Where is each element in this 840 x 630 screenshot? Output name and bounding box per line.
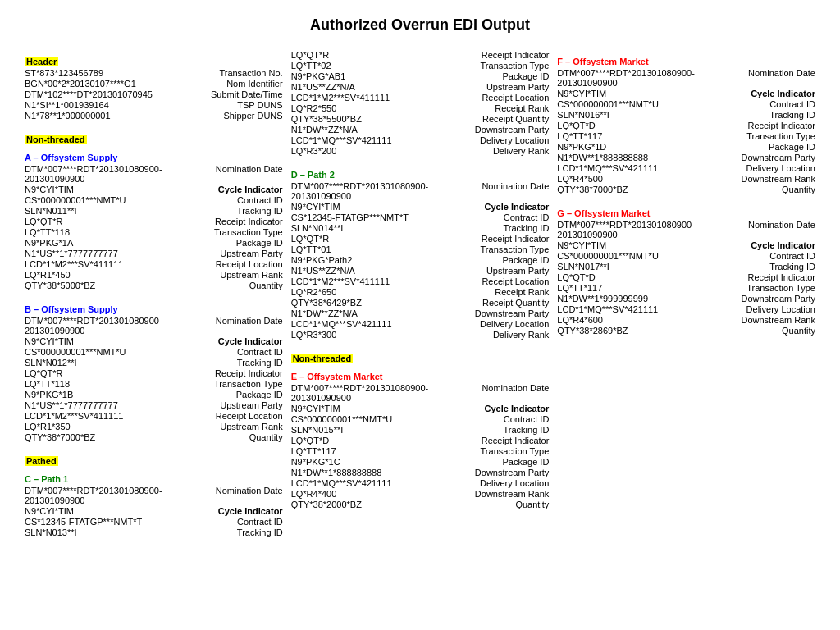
edi-code: QTY*38*7000*BZ <box>557 185 686 194</box>
table-row: LCD*1*MQ***SV*421111Delivery Location <box>291 478 550 488</box>
field-label: Quantity <box>153 281 282 290</box>
table-row: LQ*QT*RReceipt Indicator <box>291 234 550 244</box>
table-row: SLN*N013**ITracking ID <box>25 527 283 537</box>
edi-code: N1*US**1*7777777777 <box>25 249 153 258</box>
edi-code: LQ*QT*R <box>25 217 153 226</box>
field-label: Nomination Date <box>695 68 815 88</box>
table-row: LQ*R3*200Delivery Rank <box>291 146 550 156</box>
table-row: SLN*N017**ITracking ID <box>557 262 815 272</box>
edi-code: N1*DW**ZZ*N/A <box>291 308 420 318</box>
field-label: Cycle Indicator <box>687 89 815 98</box>
table-row: N1*78**1*000000001Shipper DUNS <box>25 111 283 121</box>
edi-code: LQ*QT*R <box>25 368 153 378</box>
edi-code: N9*PKG*Path2 <box>291 255 420 265</box>
field-label: Downstream Rank <box>687 315 815 325</box>
section-title-0-7: Pathed <box>25 456 58 466</box>
table-row: LCD*1*MQ***SV*421111Delivery Location <box>291 319 550 329</box>
edi-code: N1*DW**1*888888888 <box>557 153 686 162</box>
field-label: Receipt Indicator <box>687 272 815 282</box>
table-row: N9*PKG*AB1Package ID <box>291 71 550 81</box>
field-label: Receipt Indicator <box>420 50 549 60</box>
edi-code: DTM*007****RDT*201301080900-201301090900 <box>25 486 162 505</box>
section-title-0-3: A – Offsystem Supply <box>25 153 283 162</box>
section-title-2-2: G – Offsystem Market <box>557 208 815 218</box>
table-row: SLN*N016**ITracking ID <box>557 110 815 120</box>
edi-code: N9*CYI*TIM <box>557 89 686 98</box>
table-row: LCD*1*MQ***SV*421111Delivery Location <box>557 163 815 173</box>
table-row: LCD*1*M2***SV*411111Receipt Location <box>291 93 550 103</box>
table-row: LQ*QT*RReceipt Indicator <box>25 368 283 378</box>
column-2: F – Offsystem MarketDTM*007****RDT*20130… <box>557 50 815 538</box>
edi-code: LQ*TT*02 <box>291 61 420 71</box>
table-row: N9*CYI*TIMCycle Indicator <box>25 336 283 346</box>
edi-code: DTM*007****RDT*201301080900-201301090900 <box>291 181 429 201</box>
table-row: LQ*TT*118Transaction Type <box>25 379 283 389</box>
edi-code: QTY*38*7000*BZ <box>25 432 153 442</box>
table-row: N9*PKG*1CPackage ID <box>291 457 550 467</box>
section-title-0-5: B – Offsystem Supply <box>25 304 283 314</box>
table-row: N9*CYI*TIMCycle Indicator <box>291 202 550 212</box>
table-row: N1*US**ZZ*N/AUpstream Party <box>291 82 550 92</box>
edi-code: LQ*TT*117 <box>557 283 686 293</box>
table-row: DTM*102****DT*201301070945Submit Date/Ti… <box>25 89 283 99</box>
field-label: Tracking ID <box>420 425 549 435</box>
edi-code: LQ*R4*500 <box>557 174 686 184</box>
edi-code: N1*DW**1*999999999 <box>557 294 686 304</box>
field-label: Transaction Type <box>687 131 815 141</box>
table-row: LCD*1*MQ***SV*421111Delivery Location <box>557 304 815 314</box>
table-row: DTM*007****RDT*201301080900-201301090900… <box>557 220 815 240</box>
field-label: Package ID <box>420 457 549 467</box>
section-title-1-4: Non-threaded <box>291 354 354 363</box>
edi-code: CS*000000001***NMT*U <box>557 99 686 109</box>
field-label: Transaction Type <box>420 446 549 456</box>
edi-code: DTM*007****RDT*201301080900-201301090900 <box>25 316 162 336</box>
field-label: Upstream Party <box>153 400 282 410</box>
field-label: Tracking ID <box>153 527 282 537</box>
field-label: Nomination Date <box>695 220 815 240</box>
table-row: SLN*N014**ITracking ID <box>291 223 550 233</box>
field-label: Upstream Rank <box>153 270 282 280</box>
edi-code: LQ*TT*118 <box>25 379 153 389</box>
table-row: N1*US**1*7777777777Upstream Party <box>25 400 283 410</box>
table-row: N1*DW**ZZ*N/ADownstream Party <box>291 308 550 318</box>
table-row: CS*000000001***NMT*UContract ID <box>557 251 815 261</box>
edi-code: N9*CYI*TIM <box>25 506 153 516</box>
table-row: LQ*QT*RReceipt Indicator <box>25 217 283 226</box>
section-title-2-0: F – Offsystem Market <box>557 57 815 66</box>
field-label: Receipt Location <box>420 93 549 103</box>
table-row: LQ*R3*300Delivery Rank <box>291 330 550 340</box>
table-row: CS*000000001***NMT*UContract ID <box>25 347 283 357</box>
field-label: Receipt Location <box>153 259 282 269</box>
edi-code: SLN*N011**I <box>25 206 153 216</box>
table-row: N9*PKG*1BPackage ID <box>25 390 283 399</box>
edi-code: LQ*TT*117 <box>557 131 686 141</box>
table-row: LQ*QT*RReceipt Indicator <box>291 50 550 60</box>
table-row: DTM*007****RDT*201301080900-201301090900… <box>291 383 550 403</box>
edi-code: LCD*1*MQ***SV*421111 <box>291 135 420 145</box>
field-label: Package ID <box>687 142 815 152</box>
edi-code: SLN*N015**I <box>291 425 420 435</box>
table-row: QTY*38*2000*BZQuantity <box>291 500 550 509</box>
field-label: Delivery Rank <box>420 146 549 156</box>
edi-code: LQ*R2*550 <box>291 103 420 113</box>
edi-code: LQ*QT*R <box>291 234 420 244</box>
field-label: TSP DUNS <box>153 100 282 110</box>
field-label: Cycle Indicator <box>153 506 282 516</box>
field-label: Downstream Rank <box>687 174 815 184</box>
table-row: LQ*R1*450Upstream Rank <box>25 270 283 280</box>
field-label: Nom Identifier <box>153 79 282 89</box>
table-row: N1*SI**1*001939164TSP DUNS <box>25 100 283 110</box>
field-label: Contract ID <box>153 517 282 527</box>
field-label: Receipt Location <box>153 411 282 421</box>
field-label: Cycle Indicator <box>420 404 549 413</box>
field-label: Receipt Rank <box>420 287 549 297</box>
table-row: LQ*R4*500Downstream Rank <box>557 174 815 184</box>
edi-code: N9*CYI*TIM <box>25 185 153 194</box>
table-row: LQ*TT*117Transaction Type <box>557 283 815 293</box>
field-label: Receipt Location <box>420 276 549 286</box>
table-row: N1*DW**ZZ*N/ADownstream Party <box>291 125 550 135</box>
edi-code: LQ*QT*D <box>557 121 686 130</box>
field-label: Receipt Quantity <box>420 298 549 308</box>
field-label: Submit Date/Time <box>153 89 282 99</box>
edi-code: N9*PKG*1D <box>557 142 686 152</box>
